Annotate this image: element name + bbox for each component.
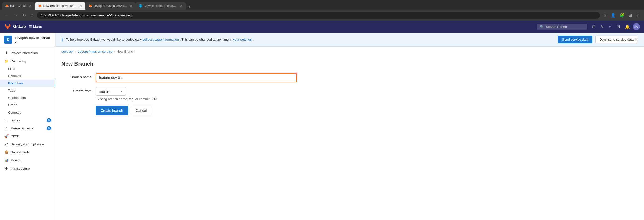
- tab-icon-nexus: 🌐: [139, 4, 142, 8]
- address-input[interactable]: [37, 12, 600, 19]
- cancel-button[interactable]: Cancel: [131, 106, 152, 115]
- create-branch-button[interactable]: Create branch: [96, 106, 128, 115]
- form-actions: Create branch Cancel: [61, 106, 638, 115]
- create-from-group: Create from master ▼ Existing branch nam…: [61, 87, 638, 101]
- tab-label-ci: devops4-maven-service_CI [Ji...: [93, 4, 127, 8]
- project-name: devops4-maven-service: [15, 36, 51, 43]
- branch-name-input-wrap: [96, 73, 297, 82]
- page-title: New Branch: [61, 61, 638, 67]
- tags-label: Tags: [8, 89, 15, 92]
- gitlab-logo[interactable]: GitLab: [4, 23, 26, 30]
- merge-requests-label: Merge requests: [11, 126, 33, 130]
- address-bar: ← → ↻ ⌂ ☆ 👤 🧩 ⊞ ⋮: [0, 10, 644, 21]
- banner-text-after: .: [253, 38, 254, 41]
- gitlab-logo-text: GitLab: [13, 24, 26, 29]
- branch-name-input[interactable]: [96, 73, 297, 82]
- breadcrumb-service[interactable]: devops4-maven-service: [78, 50, 113, 53]
- home-button[interactable]: ⌂: [29, 12, 35, 18]
- issues-icon: ○: [4, 118, 9, 122]
- tab-close-ide[interactable]: ✕: [29, 4, 32, 8]
- profile-icon[interactable]: 👤: [610, 12, 617, 18]
- tab-label-ide: IDE · GitLab: [10, 4, 26, 8]
- avatar[interactable]: AU: [633, 23, 640, 30]
- sidebar-item-merge-requests[interactable]: ⑃ Merge requests 0: [0, 124, 55, 132]
- banner-collect-link[interactable]: collect usage information: [143, 38, 179, 41]
- cicd-label: CI/CD: [11, 134, 19, 138]
- notification-btn[interactable]: 🔔: [623, 23, 632, 31]
- sidebar-item-infrastructure[interactable]: ⚙ Infrastructure: [0, 164, 55, 172]
- dont-send-service-data-button[interactable]: Don't send service data: [595, 36, 638, 43]
- sidebar-sub-commits[interactable]: Commits: [0, 72, 55, 80]
- repository-label: Repository: [11, 59, 26, 63]
- tab-close-nexus[interactable]: ✕: [180, 4, 183, 8]
- sidebar-nav: ℹ Project information 📁 Repository Files…: [0, 47, 55, 174]
- settings-dots[interactable]: ⋮: [635, 12, 641, 18]
- todo-icon-btn[interactable]: ☑: [614, 23, 622, 31]
- merge-icon-btn[interactable]: ⑃: [607, 23, 613, 30]
- sidebar-project: D devops4-maven-service: [0, 33, 55, 47]
- search-placeholder: Search GitLab: [546, 25, 567, 29]
- create-icon-btn[interactable]: ✎: [598, 23, 606, 31]
- sidebar-item-deployments[interactable]: 📦 Deployments: [0, 148, 55, 156]
- gitlab-header: GitLab ☰ Menu 🔍 Search GitLab ⊞ ✎ ⑃ ☑ 🔔 …: [0, 21, 644, 33]
- create-from-label: Create from: [61, 87, 92, 93]
- sidebar-item-security[interactable]: 🛡 Security & Compliance: [0, 140, 55, 148]
- sidebar-sub-branches[interactable]: Branches: [0, 80, 55, 87]
- breadcrumb-current: New Branch: [117, 50, 135, 53]
- banner-text-middle: . This can be changed at any time in: [180, 38, 232, 41]
- sidebar-item-cicd[interactable]: 🚀 CI/CD: [0, 132, 55, 140]
- sidebar-sub-graph[interactable]: Graph: [0, 101, 55, 109]
- banner-close-button[interactable]: ✕: [632, 36, 640, 43]
- sidebar-item-repository[interactable]: 📁 Repository: [0, 57, 55, 65]
- create-from-select[interactable]: master: [96, 87, 126, 96]
- tab-label-new-branch: New Branch · devops4 / devops...: [43, 4, 77, 8]
- breadcrumb-sep-2: ›: [114, 50, 115, 53]
- page-content: New Branch Branch name Create from maste…: [55, 57, 644, 119]
- tab-icon-ci: 🦊: [88, 4, 92, 8]
- banner-text-before: To help improve GitLab, we would like to…: [66, 38, 142, 41]
- commits-label: Commits: [8, 74, 21, 78]
- sidebar: D devops4-maven-service ℹ Project inform…: [0, 33, 55, 220]
- forward-button[interactable]: →: [12, 12, 19, 18]
- back-button[interactable]: ←: [3, 12, 10, 18]
- sidebar-item-project-info[interactable]: ℹ Project information: [0, 49, 55, 57]
- breadcrumb-devops4[interactable]: devops4: [61, 50, 74, 53]
- main-content: ℹ To help improve GitLab, we would like …: [55, 33, 644, 220]
- extensions-icon[interactable]: 🧩: [619, 12, 626, 18]
- deployments-icon: 📦: [4, 150, 9, 154]
- tab-bar: 🦊 IDE · GitLab ✕ 🦊 New Branch · devops4 …: [0, 0, 644, 10]
- tab-close-ci[interactable]: ✕: [130, 4, 133, 8]
- tab-new-branch[interactable]: 🦊 New Branch · devops4 / devops... ✕: [35, 2, 85, 10]
- issues-label: Issues: [11, 118, 20, 122]
- tab-close-new-branch[interactable]: ✕: [79, 4, 82, 8]
- sidebar-sub-files[interactable]: Files: [0, 65, 55, 72]
- tab-ci[interactable]: 🦊 devops4-maven-service_CI [Ji... ✕: [85, 2, 136, 10]
- infrastructure-icon: ⚙: [4, 166, 9, 170]
- app-body: D devops4-maven-service ℹ Project inform…: [0, 33, 644, 220]
- create-from-hint: Existing branch name, tag, or commit SHA: [96, 97, 157, 101]
- new-tab-button[interactable]: +: [186, 4, 193, 10]
- sidebar-item-issues[interactable]: ○ Issues 0: [0, 116, 55, 124]
- info-banner-icon: ℹ: [61, 37, 63, 42]
- tab-ide[interactable]: 🦊 IDE · GitLab ✕: [2, 2, 35, 10]
- sidebar-item-monitor[interactable]: 📊 Monitor: [0, 156, 55, 164]
- monitor-icon-btn[interactable]: ⊞: [590, 23, 597, 31]
- sidebar-sub-tags[interactable]: Tags: [0, 87, 55, 94]
- refresh-button[interactable]: ↻: [21, 12, 27, 19]
- tab-nexus[interactable]: 🌐 Browse · Nexus Repository M... ✕: [136, 2, 186, 10]
- send-service-data-button[interactable]: Send service data: [558, 36, 592, 43]
- split-icon[interactable]: ⊞: [628, 12, 633, 18]
- sidebar-sub-compare[interactable]: Compare: [0, 109, 55, 116]
- menu-button[interactable]: ☰ Menu: [29, 25, 42, 29]
- merge-requests-badge: 0: [47, 126, 51, 130]
- search-box[interactable]: 🔍 Search GitLab: [537, 24, 587, 30]
- sidebar-sub-contributors[interactable]: Contributors: [0, 94, 55, 101]
- monitor-label: Monitor: [11, 158, 21, 162]
- bookmark-icon[interactable]: ☆: [602, 12, 608, 18]
- banner-settings-link[interactable]: your settings: [233, 38, 252, 41]
- infrastructure-label: Infrastructure: [11, 167, 30, 170]
- breadcrumb: devops4 › devops4-maven-service › New Br…: [55, 47, 644, 57]
- create-from-select-wrap: master ▼: [96, 87, 126, 96]
- branch-name-group: Branch name: [61, 73, 638, 82]
- branch-name-label: Branch name: [61, 73, 92, 79]
